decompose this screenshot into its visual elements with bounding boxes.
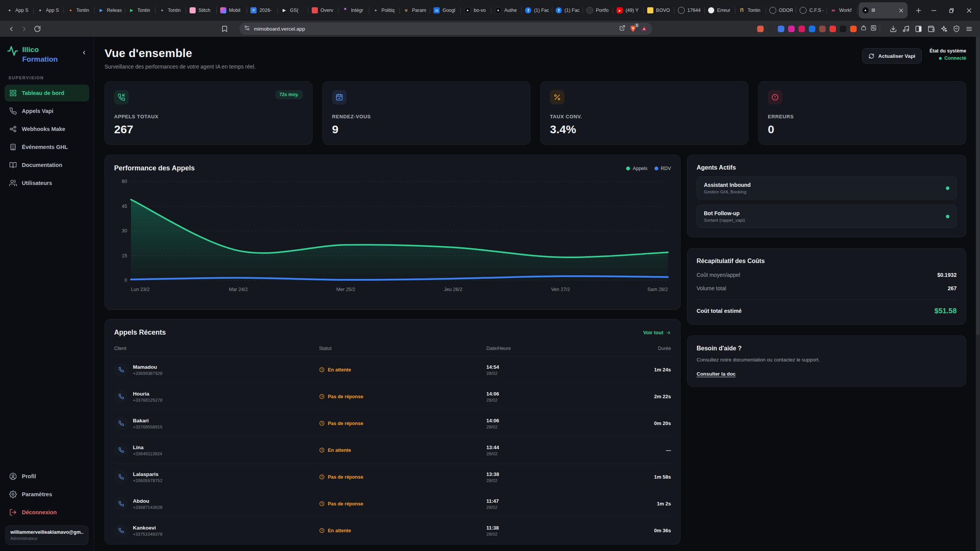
browser-tab[interactable]: ΠTontin	[735, 0, 766, 21]
brave-rewards-icon[interactable]	[641, 25, 648, 32]
browser-tab[interactable]: ▶(49) Y	[613, 0, 644, 21]
view-all-link[interactable]: Voir tout	[643, 330, 671, 335]
browser-tab-active[interactable]: ▲Ill	[859, 2, 908, 18]
browser-tab[interactable]: Portfo	[583, 0, 614, 21]
browser-tab[interactable]: ∪Param	[400, 0, 430, 21]
url-text[interactable]: mimoboard.vercel.app	[254, 26, 305, 32]
call-time: 11:38	[486, 525, 626, 531]
browser-tab[interactable]: ▶GS(	[278, 0, 308, 21]
shield-badge: 1	[635, 23, 639, 28]
extension-icon-7[interactable]	[819, 26, 826, 32]
sidebar-item-evenements-ghl[interactable]: Événements GHL	[5, 139, 89, 155]
call-table-row[interactable]: Lina+33649113924En attente13:4428/02—	[114, 437, 671, 464]
tab-close-icon[interactable]	[898, 7, 904, 13]
vpn-shield-icon[interactable]	[950, 22, 963, 35]
sidebar-item-deconnexion[interactable]: Déconnexion	[5, 504, 89, 521]
restore-button[interactable]	[942, 0, 960, 21]
browser-tab[interactable]: ▲bo-vo	[461, 0, 491, 21]
agent-row-bot-follow-up[interactable]: Bot Follow-up Sortant (rappel_vapi)	[697, 205, 957, 228]
sidebar-item-appels-vapi[interactable]: Appels Vapi	[5, 103, 89, 119]
site-settings-icon[interactable]	[244, 25, 250, 33]
reload-button[interactable]	[31, 22, 44, 35]
minimize-button[interactable]	[925, 0, 942, 21]
browser-tab[interactable]: f(1) Fac	[522, 0, 552, 21]
tab-label: Tontin	[748, 8, 760, 13]
client-phone: +33649113924	[133, 451, 162, 456]
scrollbar-thumb[interactable]	[976, 37, 980, 335]
sidebar-collapse-button[interactable]	[81, 50, 87, 57]
menu-icon[interactable]	[963, 22, 975, 35]
browser-tab[interactable]: 17644	[674, 0, 705, 21]
browser-tab[interactable]: C.F.S -	[796, 0, 827, 21]
wallet-icon[interactable]	[925, 22, 937, 35]
brave-shield-icon[interactable]: 1	[629, 25, 637, 33]
browser-tab[interactable]: ●Tontin	[64, 0, 95, 21]
call-table-row[interactable]: Abdou+33687143628Pas de réponse11:4728/0…	[114, 491, 671, 517]
openai-favicon	[708, 7, 714, 13]
sidebar-toggle-icon[interactable]	[912, 22, 925, 35]
extensions-puzzle-icon[interactable]	[861, 25, 867, 33]
user-chip[interactable]: williammerveilleaklamavo@gm... Administr…	[5, 525, 88, 545]
extension-icon-2[interactable]	[767, 26, 774, 32]
browser-tab[interactable]: f(1) Fac	[552, 0, 583, 21]
sidebar-item-utilisateurs[interactable]: Utilisateurs	[5, 175, 89, 191]
extension-icon-6[interactable]	[809, 26, 815, 32]
call-date: 28/02	[486, 425, 626, 429]
bookmark-icon[interactable]	[218, 22, 231, 35]
refresh-vapi-button[interactable]: Actualiser Vapi	[862, 48, 922, 64]
browser-tab[interactable]: ●App S	[3, 0, 34, 21]
browser-tab[interactable]: BOVO	[644, 0, 674, 21]
browser-tab[interactable]: 31Googl	[430, 0, 461, 21]
browser-tab[interactable]: ●Politiq	[369, 0, 400, 21]
extension-icon-9[interactable]	[840, 26, 846, 32]
vercel-favicon: ▲	[495, 7, 502, 14]
performance-chart-card: Performance des Appels Appels RDV 015304…	[105, 155, 681, 310]
browser-tab[interactable]: ▶Tontin	[125, 0, 156, 21]
call-table-row[interactable]: Kankoevi+33751049378En attente11:3828/02…	[114, 517, 671, 544]
share-icon[interactable]	[619, 25, 625, 33]
extension-icon-10[interactable]	[850, 26, 857, 32]
close-window-button[interactable]	[960, 0, 978, 21]
call-table-row[interactable]: Bakari+33768558915Pas de réponse14:0628/…	[114, 410, 671, 437]
call-time: 14:06	[486, 391, 626, 397]
page-scrollbar[interactable]	[976, 37, 980, 551]
url-bar[interactable]: mimoboard.vercel.app 1	[239, 23, 652, 35]
calendar-check-icon	[332, 90, 347, 105]
forward-button[interactable]	[18, 22, 31, 35]
call-table-row[interactable]: Lalasparis+33605578752Pas de réponse13:3…	[114, 464, 671, 491]
browser-tab[interactable]: ▶Releas	[95, 0, 125, 21]
browser-tab[interactable]: ODOR	[766, 0, 797, 21]
extension-icon-3[interactable]	[778, 26, 784, 32]
call-table-row[interactable]: Houria+33768125278Pas de réponse14:0628/…	[114, 383, 671, 410]
sidebar-item-documentation[interactable]: Documentation	[5, 157, 89, 173]
extension-icon-5[interactable]	[798, 26, 805, 32]
sidebar-item-tableau-de-bord[interactable]: Tableau de bord	[5, 85, 89, 101]
browser-tab[interactable]: ▲Authe	[491, 0, 522, 21]
browser-tab[interactable]: Mobil	[217, 0, 247, 21]
extension-icon-4[interactable]	[788, 26, 795, 32]
call-table-row[interactable]: Mamadou+33699387928En attente14:5428/021…	[114, 356, 671, 383]
browser-tab[interactable]: Erreur	[705, 0, 735, 21]
back-button[interactable]	[5, 22, 18, 35]
cost-row-volume: Volume total 267	[697, 285, 957, 291]
browser-tab[interactable]: Overv	[308, 0, 339, 21]
media-icon[interactable]	[900, 22, 912, 35]
browser-tab[interactable]: ●Tontin	[155, 0, 186, 21]
docs-link[interactable]: Consulter la doc	[697, 371, 736, 377]
agent-row-assistant-inbound[interactable]: Assistant Inbound Gestion GHL Booking	[697, 177, 957, 199]
sidebar-item-parametres[interactable]: Paramètres	[5, 486, 89, 503]
sidebar-item-profil[interactable]: Profil	[5, 468, 89, 485]
browser-tab[interactable]: Stitch	[186, 0, 217, 21]
browser-tab[interactable]: ≡2026-	[247, 0, 278, 21]
browser-tab[interactable]: ●App S	[34, 0, 64, 21]
browser-tab[interactable]: *Intégr	[339, 0, 369, 21]
extension-icon-8[interactable]	[829, 26, 836, 32]
leo-ai-icon[interactable]	[937, 22, 950, 35]
new-tab-button[interactable]	[912, 4, 925, 17]
search-tabs-icon[interactable]	[870, 25, 877, 33]
downloads-icon[interactable]	[887, 22, 900, 35]
extension-icon-1[interactable]	[757, 26, 764, 32]
browser-tab[interactable]: ∞Workf	[827, 0, 857, 21]
tab-label: C.F.S -	[809, 8, 823, 13]
sidebar-item-webhooks-make[interactable]: Webhooks Make	[5, 121, 89, 137]
